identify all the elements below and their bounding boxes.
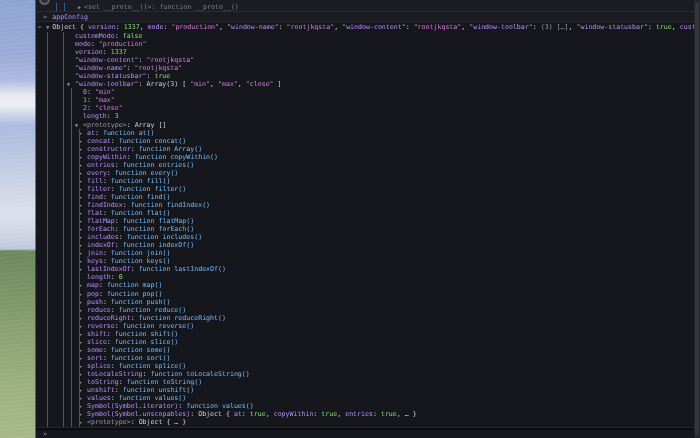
console-tree-row[interactable]: ▶entries: function entries() xyxy=(36,161,700,169)
console-tree-row[interactable]: ▶<prototype>: Object { … } xyxy=(36,418,700,426)
token-k: length xyxy=(83,112,107,120)
expand-arrow-icon[interactable]: ▶ xyxy=(79,354,87,362)
expand-arrow-icon[interactable]: ▶ xyxy=(79,314,87,322)
console-tree-row[interactable]: ▶copyWithin: function copyWithin() xyxy=(36,153,700,161)
console-input[interactable] xyxy=(52,430,700,438)
console-tree-row[interactable]: ▶constructor: function Array() xyxy=(36,145,700,153)
expand-arrow-icon[interactable]: ▶ xyxy=(79,185,87,193)
expand-arrow-icon[interactable]: ▶ xyxy=(79,137,87,145)
console-tree-row[interactable]: ▶lastIndexOf: function lastIndexOf() xyxy=(36,265,700,273)
expand-arrow-icon[interactable]: ▶ xyxy=(79,169,87,177)
console-tree-row[interactable]: mode: "production" xyxy=(36,40,700,48)
console-tree-row[interactable]: "window-name": "rootjkqsta" xyxy=(36,64,700,72)
console-tree-row[interactable]: 0: "min" xyxy=(36,88,700,96)
expand-arrow-icon[interactable]: ▶ xyxy=(79,249,87,257)
console-command-row[interactable]: » appConfig xyxy=(36,12,700,22)
expand-arrow-icon[interactable]: ▶ xyxy=(79,298,87,306)
expand-arrow-icon[interactable]: ▶ xyxy=(79,418,87,426)
console-tree-row[interactable]: length: 3 xyxy=(36,112,700,120)
result-summary-row[interactable]: ← ▼ Object { version: 1337, mode: "produ… xyxy=(36,22,700,32)
console-tree-row[interactable]: ▶Symbol(Symbol.iterator): function value… xyxy=(36,402,700,410)
console-tree-row[interactable]: ▶flat: function flat() xyxy=(36,209,700,217)
console-tree-row[interactable]: ▶values: function values() xyxy=(36,394,700,402)
console-tree-row[interactable]: ▶at: function at() xyxy=(36,129,700,137)
expand-arrow-icon[interactable]: ▶ xyxy=(79,370,87,378)
expand-arrow-icon[interactable]: ▶ xyxy=(79,257,87,265)
scrollbar-track[interactable] xyxy=(694,0,700,438)
console-tree-row[interactable]: ▶fill: function fill() xyxy=(36,177,700,185)
console-tree-row[interactable]: ▶map: function map() xyxy=(36,281,700,289)
expand-arrow-icon[interactable]: ▶ xyxy=(79,153,87,161)
console-tree-row[interactable]: ▶Symbol(Symbol.unscopables): Object { at… xyxy=(36,410,700,418)
console-tree-row[interactable]: ▶reduce: function reduce() xyxy=(36,306,700,314)
expand-arrow-icon[interactable]: ▶ xyxy=(79,322,87,330)
expand-arrow-icon[interactable]: ▶ xyxy=(79,290,87,298)
console-tree-row[interactable]: ▶unshift: function unshift() xyxy=(36,386,700,394)
expand-arrow-icon[interactable]: ▶ xyxy=(79,410,87,418)
expand-arrow-icon[interactable]: ▶ xyxy=(79,338,87,346)
console-tree-row[interactable]: length: 0 xyxy=(36,273,700,281)
expand-arrow-icon[interactable]: ▶ xyxy=(79,217,87,225)
expand-arrow-icon[interactable]: ▶ xyxy=(79,177,87,185)
expand-arrow-icon[interactable]: ▶ xyxy=(79,378,87,386)
expand-arrow-icon[interactable]: ▶ xyxy=(79,330,87,338)
console-tree-row[interactable]: 2: "close" xyxy=(36,104,700,112)
console-tree-row[interactable]: ▶shift: function shift() xyxy=(36,330,700,338)
console-tree-row[interactable]: ▶toLocaleString: function toLocaleString… xyxy=(36,370,700,378)
expand-arrow-icon[interactable]: ▶ xyxy=(79,386,87,394)
expand-arrow-icon[interactable]: ▶ xyxy=(79,306,87,314)
console-tree-row[interactable]: ▶flatMap: function flatMap() xyxy=(36,217,700,225)
expand-arrow-icon[interactable]: ▶ xyxy=(79,346,87,354)
collapse-arrow-icon[interactable]: ▼ xyxy=(75,121,83,129)
expand-arrow-icon[interactable]: ▶ xyxy=(79,233,87,241)
console-tree-row[interactable]: customMode: false xyxy=(36,32,700,40)
console-tree-row[interactable]: ▶includes: function includes() xyxy=(36,233,700,241)
token-k: indexOf xyxy=(87,241,115,249)
console-tree-row[interactable]: ▶findIndex: function findIndex() xyxy=(36,201,700,209)
console-tree-row[interactable]: "window-content": "rootjkqsta" xyxy=(36,56,700,64)
expand-arrow-icon[interactable]: ▶ xyxy=(79,225,87,233)
console-tree-row[interactable]: ▶splice: function splice() xyxy=(36,362,700,370)
expand-arrow-icon[interactable]: ▶ xyxy=(78,4,81,10)
console-tree-row[interactable]: ▶toString: function toString() xyxy=(36,378,700,386)
console-input-row[interactable]: » xyxy=(36,430,700,438)
console-tree-row[interactable]: ▶sort: function sort() xyxy=(36,354,700,362)
console-tree-row[interactable]: ▶every: function every() xyxy=(36,169,700,177)
expand-arrow-icon[interactable]: ▶ xyxy=(79,193,87,201)
console-tree-row[interactable]: ▶slice: function slice() xyxy=(36,338,700,346)
console-tree-row[interactable]: ▶find: function find() xyxy=(36,193,700,201)
console-tree-row[interactable]: ▶reduceRight: function reduceRight() xyxy=(36,314,700,322)
expand-arrow-icon[interactable]: ▶ xyxy=(79,394,87,402)
expand-arrow-icon[interactable]: ▶ xyxy=(79,201,87,209)
expand-arrow-icon[interactable]: ▶ xyxy=(79,161,87,169)
expand-arrow-icon[interactable]: ▶ xyxy=(79,281,87,289)
console-tree-row[interactable]: ▼"window-toolbar": Array(3) [ "min", "ma… xyxy=(36,80,700,88)
console-tree-row[interactable]: ▶indexOf: function indexOf() xyxy=(36,241,700,249)
expand-arrow-icon[interactable]: ▶ xyxy=(79,241,87,249)
console-tree-row[interactable]: ▶filter: function filter() xyxy=(36,185,700,193)
collapse-arrow-icon[interactable]: ▼ xyxy=(46,24,49,30)
console-tree-row[interactable]: ▶some: function some() xyxy=(36,346,700,354)
expand-arrow-icon[interactable]: ▶ xyxy=(79,362,87,370)
expand-arrow-icon[interactable]: ▶ xyxy=(79,145,87,153)
token-p: : xyxy=(103,298,111,306)
console-tree-row[interactable]: ▶concat: function concat() xyxy=(36,137,700,145)
console-tree-row[interactable]: 1: "max" xyxy=(36,96,700,104)
expand-arrow-icon[interactable]: ▶ xyxy=(79,402,87,410)
console-tree-row[interactable]: ▶pop: function pop() xyxy=(36,290,700,298)
expand-arrow-icon[interactable]: ▶ xyxy=(79,265,87,273)
token-p: , xyxy=(334,23,342,31)
clipped-log-row[interactable]: ▶ <set __proto__()>: function __proto__(… xyxy=(36,0,700,12)
console-tree-row[interactable]: ▶push: function push() xyxy=(36,298,700,306)
console-tree-row[interactable]: ▶keys: function keys() xyxy=(36,257,700,265)
expand-arrow-icon[interactable]: ▶ xyxy=(79,129,87,137)
expand-arrow-icon[interactable]: ▶ xyxy=(79,209,87,217)
console-tree-row[interactable]: version: 1337 xyxy=(36,48,700,56)
console-tree-row[interactable]: "window-statusbar": true xyxy=(36,72,700,80)
scrollbar-thumb[interactable] xyxy=(695,2,699,436)
console-tree-row[interactable]: ▼<prototype>: Array [] xyxy=(36,121,700,129)
token-f: function Array() xyxy=(139,145,203,153)
console-tree-row[interactable]: ▶forEach: function forEach() xyxy=(36,225,700,233)
console-tree-row[interactable]: ▶join: function join() xyxy=(36,249,700,257)
console-tree-row[interactable]: ▶reverse: function reverse() xyxy=(36,322,700,330)
